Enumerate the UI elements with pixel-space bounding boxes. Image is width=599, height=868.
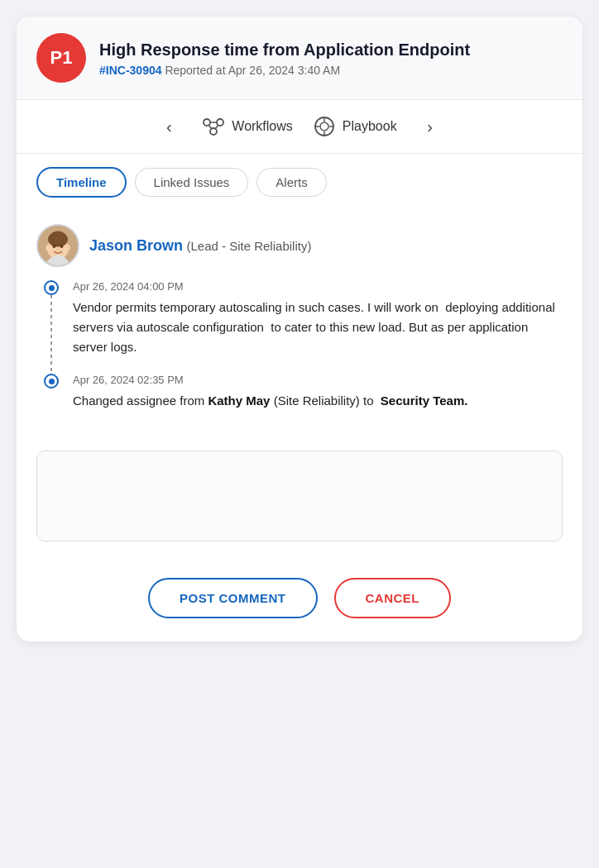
- timeline-content-1: Apr 26, 2024 04:00 PM Vendor permits tem…: [73, 280, 563, 374]
- timeline-left: [43, 280, 60, 374]
- comment-section: [17, 444, 582, 565]
- nav-playbook[interactable]: Playbook: [313, 115, 397, 138]
- incident-info: High Response time from Application Endp…: [99, 39, 470, 77]
- incident-id[interactable]: #INC-30904: [99, 64, 162, 77]
- timeline-left-2: [43, 374, 60, 427]
- user-row: Jason Brown (Lead - Site Reliability): [36, 224, 563, 267]
- comment-input[interactable]: [36, 451, 563, 541]
- tab-timeline[interactable]: Timeline: [36, 167, 127, 198]
- user-info: Jason Brown (Lead - Site Reliability): [89, 237, 311, 255]
- svg-point-7: [320, 122, 328, 131]
- cancel-button[interactable]: CANCEL: [334, 578, 452, 618]
- entry-time-2: Apr 26, 2024 02:35 PM: [73, 374, 563, 386]
- timeline-content-2: Apr 26, 2024 02:35 PM Changed assignee f…: [73, 374, 563, 427]
- timeline-line: [50, 295, 52, 374]
- nav-workflows[interactable]: Workflows: [202, 115, 293, 138]
- incident-meta: #INC-30904 Reported at Apr 26, 2024 3:40…: [99, 64, 470, 77]
- entry-text-1: Vendor permits temporary autoscaling in …: [73, 298, 563, 357]
- playbook-icon: [313, 115, 336, 138]
- timeline-dot-2: [44, 374, 59, 389]
- workflows-label: Workflows: [232, 119, 293, 134]
- action-buttons: POST COMMENT CANCEL: [17, 565, 582, 641]
- tab-linked-issues[interactable]: Linked Issues: [135, 168, 249, 197]
- workflows-icon: [202, 115, 225, 138]
- timeline-entry: Apr 26, 2024 04:00 PM Vendor permits tem…: [43, 280, 563, 374]
- entry-text-2: Changed assignee from Kathy May (Site Re…: [73, 391, 563, 411]
- avatar: [36, 224, 79, 267]
- tabs-row: Timeline Linked Issues Alerts: [17, 154, 582, 211]
- user-role: (Lead - Site Reliability): [186, 239, 311, 253]
- svg-point-18: [53, 245, 56, 248]
- tab-alerts[interactable]: Alerts: [256, 168, 326, 197]
- nav-row: ‹ Workflows: [17, 100, 582, 154]
- svg-line-4: [208, 125, 212, 129]
- main-container: P1 High Response time from Application E…: [17, 17, 582, 641]
- incident-title: High Response time from Application Endp…: [99, 39, 470, 60]
- svg-point-20: [57, 249, 60, 250]
- entry-time-1: Apr 26, 2024 04:00 PM: [73, 280, 563, 293]
- svg-line-5: [215, 125, 218, 129]
- svg-point-17: [65, 245, 70, 250]
- incident-header: P1 High Response time from Application E…: [17, 17, 582, 100]
- svg-point-16: [46, 245, 50, 250]
- timeline-section: Jason Brown (Lead - Site Reliability) Ap…: [17, 211, 582, 444]
- timeline-dot: [44, 280, 59, 295]
- timeline-entries: Apr 26, 2024 04:00 PM Vendor permits tem…: [36, 280, 563, 427]
- nav-left-arrow[interactable]: ‹: [156, 113, 182, 140]
- incident-reported: Reported at Apr 26, 2024 3:40 AM: [165, 64, 340, 77]
- user-name: Jason Brown: [89, 237, 183, 254]
- svg-point-19: [60, 245, 64, 248]
- nav-right-arrow[interactable]: ›: [417, 113, 443, 140]
- priority-badge: P1: [36, 33, 86, 83]
- post-comment-button[interactable]: POST COMMENT: [148, 578, 318, 618]
- playbook-label: Playbook: [343, 119, 397, 134]
- timeline-entry-2: Apr 26, 2024 02:35 PM Changed assignee f…: [43, 374, 563, 427]
- svg-point-15: [50, 231, 65, 241]
